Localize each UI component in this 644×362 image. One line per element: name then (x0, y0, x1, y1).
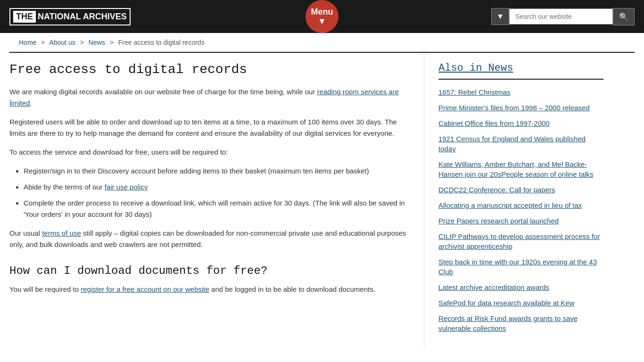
logo-national: NATIONAL (38, 12, 81, 22)
search-button[interactable]: 🔍 (613, 8, 635, 25)
sidebar-link-3[interactable]: 1921 Census for England and Wales publis… (438, 134, 603, 154)
list-item-1: Register/sign in to their Discovery acco… (24, 165, 410, 177)
terms-of-use-link[interactable]: terms of use (42, 229, 81, 237)
sidebar-link-4[interactable]: Kate Williams, Amber Butchart, and Mel B… (438, 159, 603, 179)
sidebar-link-0[interactable]: 1657: Rebel Christmas (438, 87, 603, 97)
sidebar-link-2[interactable]: Cabinet Office files from 1997-2000 (438, 118, 603, 128)
p1-text-before: We are making digital records available … (9, 88, 317, 96)
breadcrumb-current: Free access to digital records (118, 39, 205, 46)
sidebar-link-9[interactable]: Step back in time with our 1920s evening… (438, 257, 603, 277)
breadcrumb-home[interactable]: Home (19, 39, 36, 46)
paragraph-5: You will be required to register for a f… (9, 284, 410, 295)
page-title: Free access to digital records (9, 62, 410, 77)
sidebar-link-7[interactable]: Prize Papers research portal launched (438, 216, 603, 226)
main-container: Free access to digital records We are ma… (0, 53, 644, 348)
site-header: THE NATIONAL ARCHIVES Menu ▼ ▼ 🔍 (0, 0, 644, 33)
sidebar-link-1[interactable]: Prime Minister's files from 1998 – 2000 … (438, 103, 603, 113)
breadcrumb-sep-1: > (41, 39, 45, 46)
main-content: Free access to digital records We are ma… (9, 53, 424, 348)
sidebar-link-8[interactable]: CILIP Pathways to develop assessment pro… (438, 231, 603, 251)
fair-use-link[interactable]: fair use policy (105, 183, 148, 191)
p5-after: and be logged in to be able to download … (209, 285, 375, 293)
p5-before: You will be required to (9, 285, 81, 293)
paragraph-1: We are making digital records available … (9, 86, 410, 109)
paragraph-2: Registered users will be able to order a… (9, 116, 410, 139)
logo-archives: ARCHIVES (83, 12, 127, 22)
breadcrumb: Home > About us > News > Free access to … (9, 33, 635, 53)
sidebar-link-10[interactable]: Latest archive accreditation awards (438, 282, 603, 292)
breadcrumb-sep-3: > (110, 39, 114, 46)
register-link[interactable]: register for a free account on our websi… (81, 285, 209, 293)
search-dropdown-icon: ▼ (496, 12, 504, 20)
logo-the: THE (13, 11, 36, 23)
bullet2-before: Abide by the terms of our (24, 183, 105, 191)
sidebar-title: Also in News (438, 62, 603, 80)
list-item-3: Complete the order process to receive a … (24, 197, 410, 220)
sidebar-link-11[interactable]: SafePod for data research available at K… (438, 298, 603, 308)
sidebar-links: 1657: Rebel ChristmasPrime Minister's fi… (438, 87, 603, 333)
sidebar-link-5[interactable]: DCDC22 Conference: Call for papers (438, 185, 603, 195)
search-input[interactable] (509, 8, 613, 25)
list-item-2: Abide by the terms of our fair use polic… (24, 181, 410, 193)
requirements-list: Register/sign in to their Discovery acco… (24, 165, 410, 220)
breadcrumb-about-us[interactable]: About us (50, 39, 75, 46)
sidebar: Also in News 1657: Rebel ChristmasPrime … (424, 53, 603, 348)
p4-before: Our usual (9, 229, 42, 237)
breadcrumb-news[interactable]: News (89, 39, 105, 46)
search-icon: 🔍 (619, 13, 628, 21)
p1-text-after: . (30, 99, 32, 107)
sidebar-link-12[interactable]: Records at Risk Fund awards grants to sa… (438, 313, 603, 333)
paragraph-3: To access the service and download for f… (9, 147, 410, 158)
search-dropdown-button[interactable]: ▼ (491, 8, 509, 25)
search-area: ▼ 🔍 (491, 8, 635, 25)
menu-chevron-icon: ▼ (318, 17, 326, 25)
sidebar-link-6[interactable]: Allocating a manuscript accepted in lieu… (438, 200, 603, 210)
paragraph-4: Our usual terms of use still apply – dig… (9, 228, 410, 250)
breadcrumb-sep-2: > (80, 39, 84, 46)
menu-button[interactable]: Menu ▼ (305, 0, 339, 33)
logo[interactable]: THE NATIONAL ARCHIVES (9, 8, 131, 25)
menu-label: Menu (311, 8, 333, 16)
section-2-title: How can I download documents for free? (9, 264, 410, 277)
